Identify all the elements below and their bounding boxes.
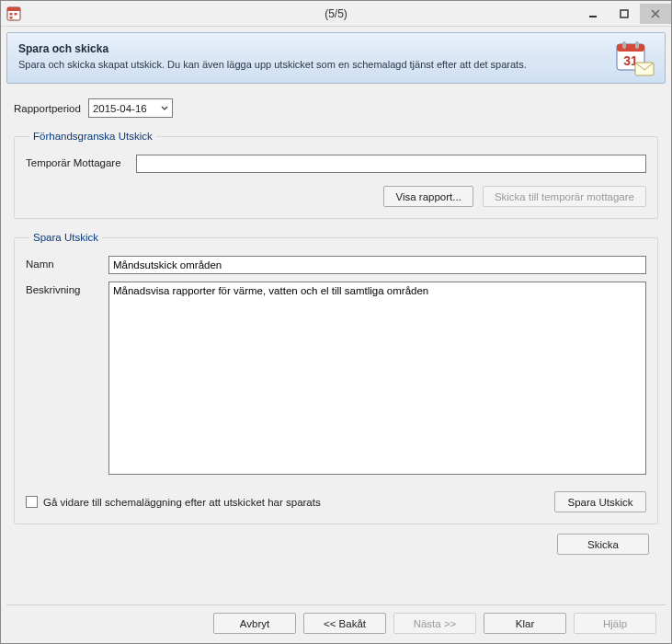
header-description: Spara och skicka skapat utskick. Du kan … [18,59,654,70]
header-panel: Spara och skicka Spara och skicka skapat… [6,32,666,84]
app-icon [6,6,21,21]
dialog-window: (5/5) Spara och skicka Spara och skicka … [0,0,672,644]
send-row: Skicka [6,524,666,558]
back-button[interactable]: << Bakåt [303,613,386,634]
svg-rect-10 [635,41,639,49]
send-button[interactable]: Skicka [557,534,649,555]
svg-rect-2 [10,13,13,16]
minimize-button[interactable] [577,4,609,24]
close-button[interactable] [640,4,671,24]
report-period-value: 2015-04-16 [93,103,147,114]
name-label: Namn [26,256,99,270]
preview-group: Förhandsgranska Utskick Temporär Mottaga… [14,131,658,219]
header-title: Spara och skicka [18,42,654,55]
report-period-select[interactable]: 2015-04-16 [88,98,173,118]
finish-button[interactable]: Klar [484,613,566,634]
svg-rect-5 [589,16,597,17]
svg-rect-9 [622,41,626,49]
save-group-legend: Spara Utskick [29,232,102,243]
schedule-checkbox-label: Gå vidare till schemaläggning efter att … [43,497,321,508]
svg-rect-8 [617,44,644,52]
svg-rect-1 [7,7,20,11]
report-period-row: Rapportperiod 2015-04-16 [6,98,666,118]
temp-recipient-input[interactable] [136,155,646,173]
schedule-after-save-checkbox[interactable]: Gå vidare till schemaläggning efter att … [26,496,321,508]
chevron-down-icon [161,103,168,114]
maximize-button[interactable] [609,4,640,24]
checkbox-box [26,496,38,508]
dialog-content: Spara och skicka Spara och skicka skapat… [1,27,671,643]
footer-buttons: Avbryt << Bakåt Nästa >> Klar Hjälp [6,605,666,643]
help-button: Hjälp [574,613,656,634]
report-period-label: Rapportperiod [14,103,81,114]
description-textarea[interactable] [108,282,646,475]
cancel-button[interactable]: Avbryt [213,613,296,634]
description-label: Beskrivning [26,282,99,295]
window-title: (5/5) [1,7,671,20]
next-button: Nästa >> [393,613,476,634]
name-input[interactable] [108,256,646,274]
temp-recipient-label: Temporär Mottagare [26,155,127,168]
show-report-button[interactable]: Visa rapport... [383,186,473,207]
preview-group-legend: Förhandsgranska Utskick [29,131,156,142]
svg-rect-6 [621,10,628,17]
titlebar: (5/5) [1,1,671,27]
svg-rect-4 [10,17,13,19]
save-dispatch-button[interactable]: Spara Utskick [554,491,646,512]
window-controls [577,4,671,24]
svg-rect-3 [15,13,17,16]
calendar-mail-icon: 31 [615,40,655,80]
save-group: Spara Utskick Namn Beskrivning Gå vidare… [14,232,658,524]
send-temp-recipient-button: Skicka till temporär mottagare [483,186,646,207]
